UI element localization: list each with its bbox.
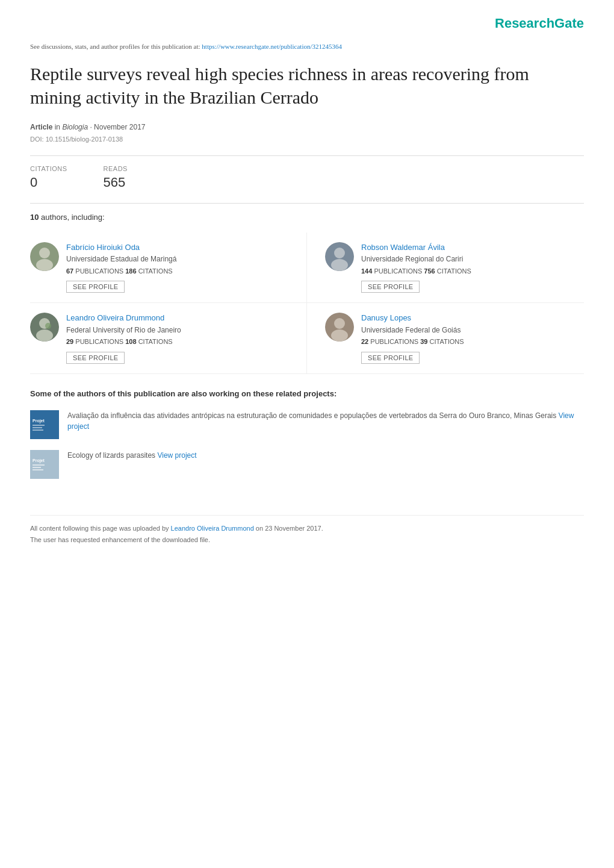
- svg-point-1: [39, 248, 50, 258]
- author-avatar-2: [325, 242, 354, 271]
- author-card-4: Danusy Lopes Universidade Federal de Goi…: [307, 303, 584, 373]
- researchgate-logo: ResearchGate: [495, 14, 584, 33]
- author-info-3: Leandro Oliveira Drummond Federal Univer…: [66, 313, 181, 363]
- footer-line2: The user has requested enhancement of th…: [30, 535, 584, 545]
- citations-block: CITATIONS 0: [30, 164, 67, 192]
- article-doi: DOI: 10.1515/biolog-2017-0138: [30, 135, 584, 144]
- author-institution-3: Federal University of Rio de Janeiro: [66, 325, 181, 336]
- author-institution-1: Universidade Estadual de Maringá: [66, 254, 176, 264]
- article-date: November 2017: [94, 123, 145, 131]
- svg-point-5: [331, 259, 348, 271]
- divider-2: [30, 203, 584, 204]
- author-info-4: Danusy Lopes Universidade Federal de Goi…: [361, 313, 464, 363]
- svg-rect-22: [33, 469, 43, 470]
- article-journal: Biologia: [62, 123, 88, 131]
- citations-label: CITATIONS: [30, 164, 67, 173]
- footer-prefix: All content following this page was uplo…: [30, 525, 169, 532]
- footer-uploader-link[interactable]: Leandro Oliveira Drummond: [171, 525, 254, 532]
- reads-block: READS 565: [104, 164, 128, 192]
- svg-rect-17: [33, 429, 43, 431]
- top-link-text: See discussions, stats, and author profi…: [30, 43, 200, 50]
- project-item-1: Projet Avaliação da influência das ativi…: [30, 410, 584, 439]
- article-in: in: [55, 123, 63, 131]
- article-meta: Article in Biologia · November 2017: [30, 122, 584, 133]
- article-title: Reptile surveys reveal high species rich…: [30, 62, 584, 109]
- author-info-1: Fabrício Hiroiuki Oda Universidade Estad…: [66, 242, 176, 293]
- project-thumb-2: Projet: [30, 450, 59, 479]
- project-text-1: Avaliação da influência das atividades a…: [67, 410, 584, 432]
- svg-point-2: [36, 259, 53, 271]
- svg-point-11: [334, 318, 345, 329]
- author-avatar-4: [325, 313, 354, 342]
- publication-url[interactable]: https://www.researchgate.net/publication…: [202, 43, 342, 50]
- author-name-3[interactable]: Leandro Oliveira Drummond: [66, 313, 181, 323]
- authors-heading: 10 authors, including:: [30, 212, 584, 223]
- author-card-1: Fabrício Hiroiuki Oda Universidade Estad…: [30, 233, 307, 303]
- citations-value: 0: [30, 173, 67, 192]
- author-avatar-3: [30, 313, 59, 342]
- author-card-2: Robson Waldemar Ávila Universidade Regio…: [307, 233, 584, 303]
- author-name-2[interactable]: Robson Waldemar Ávila: [361, 242, 471, 253]
- svg-rect-16: [33, 427, 42, 428]
- stats-row: CITATIONS 0 READS 565: [30, 164, 584, 192]
- see-profile-button-1[interactable]: SEE PROFILE: [66, 281, 125, 293]
- see-profile-button-4[interactable]: SEE PROFILE: [361, 352, 420, 364]
- author-stats-4: 22 PUBLICATIONS 39 CITATIONS: [361, 337, 464, 346]
- author-institution-4: Universidade Federal de Goiás: [361, 325, 464, 336]
- svg-point-12: [331, 329, 348, 342]
- see-profile-button-2[interactable]: SEE PROFILE: [361, 281, 420, 293]
- svg-point-4: [334, 248, 345, 258]
- project-text-2: Ecology of lizards parasites View projec…: [67, 450, 197, 461]
- author-stats-2: 144 PUBLICATIONS 756 CITATIONS: [361, 267, 471, 276]
- see-profile-button-3[interactable]: SEE PROFILE: [66, 352, 125, 364]
- svg-point-9: [45, 323, 51, 329]
- author-institution-2: Universidade Regional do Cariri: [361, 254, 471, 264]
- divider-1: [30, 155, 584, 156]
- author-avatar-1: [30, 242, 59, 271]
- reads-label: READS: [104, 164, 128, 173]
- svg-text:Projet: Projet: [33, 458, 45, 463]
- top-link-section: See discussions, stats, and author profi…: [30, 42, 584, 51]
- author-name-1[interactable]: Fabrício Hiroiuki Oda: [66, 242, 176, 253]
- authors-count: 10: [30, 213, 39, 222]
- author-stats-1: 67 PUBLICATIONS 186 CITATIONS: [66, 267, 176, 276]
- svg-rect-21: [33, 467, 41, 468]
- authors-grid: Fabrício Hiroiuki Oda Universidade Estad…: [30, 233, 584, 374]
- author-name-4[interactable]: Danusy Lopes: [361, 313, 464, 323]
- svg-rect-15: [33, 425, 45, 426]
- svg-text:Projet: Projet: [33, 419, 45, 423]
- author-stats-3: 29 PUBLICATIONS 108 CITATIONS: [66, 337, 181, 346]
- reads-value: 565: [104, 173, 128, 192]
- svg-rect-20: [33, 464, 45, 466]
- related-projects-heading: Some of the authors of this publication …: [30, 389, 584, 399]
- project-thumb-1: Projet: [30, 410, 59, 439]
- footer-note: All content following this page was uplo…: [30, 515, 584, 545]
- project-item-2: Projet Ecology of lizards parasites View…: [30, 450, 584, 479]
- svg-point-8: [36, 329, 53, 342]
- author-info-2: Robson Waldemar Ávila Universidade Regio…: [361, 242, 471, 293]
- author-card-3: Leandro Oliveira Drummond Federal Univer…: [30, 303, 307, 373]
- view-project-link-2b[interactable]: View project: [157, 451, 196, 460]
- article-type: Article: [30, 123, 52, 131]
